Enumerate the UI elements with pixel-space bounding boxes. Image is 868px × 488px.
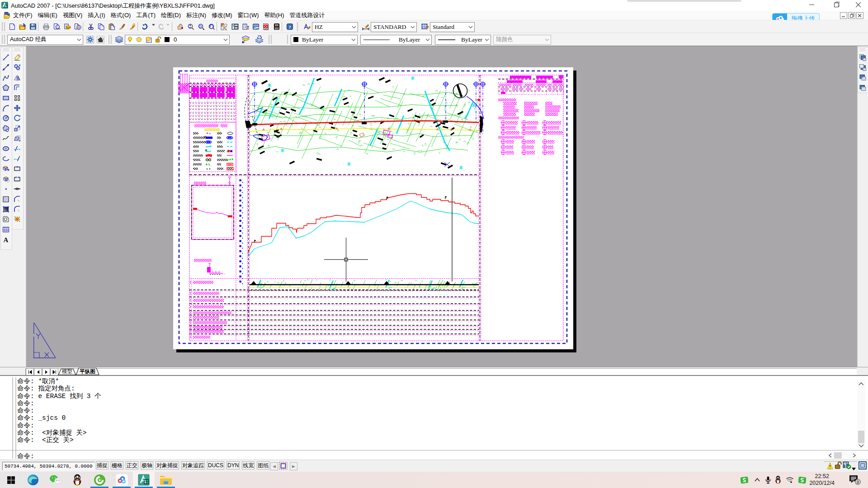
toolbar-grip[interactable] bbox=[3, 22, 5, 31]
command-history-line[interactable]: 命令: bbox=[17, 422, 849, 429]
minimize-button[interactable] bbox=[804, 0, 819, 9]
taskbar-autocad[interactable] bbox=[133, 472, 155, 488]
modify-erase-button[interactable] bbox=[13, 53, 22, 62]
command-history-line[interactable]: 命令: <对象捕捉 关> bbox=[17, 429, 849, 436]
tab-last-button[interactable] bbox=[50, 368, 58, 375]
command-history-line[interactable]: 命令: bbox=[17, 407, 849, 414]
modify-copy-button[interactable] bbox=[13, 63, 22, 72]
draw-ellipse-arc-button[interactable] bbox=[1, 154, 10, 163]
modify-join-button[interactable] bbox=[13, 184, 22, 193]
command-window[interactable]: 命令: *取消*命令: 指定对角点:命令: e ERASE 找到 3 个命令:命… bbox=[0, 375, 868, 460]
taskbar-clock[interactable]: 22:52 2020/12/4 bbox=[809, 473, 835, 487]
redo-dropdown-button[interactable] bbox=[164, 22, 171, 32]
tool-palettes-button[interactable] bbox=[241, 22, 250, 32]
draw-polygon-button[interactable] bbox=[1, 83, 10, 92]
hscroll-thumb[interactable] bbox=[834, 452, 842, 459]
status-toggle[interactable]: 极轴 bbox=[141, 461, 153, 469]
help-button[interactable]: ? bbox=[285, 22, 295, 32]
draw-make-block-button[interactable] bbox=[1, 174, 10, 183]
toolbar-grip[interactable] bbox=[296, 22, 298, 31]
draw-line-button[interactable] bbox=[1, 53, 10, 62]
tray-qq-icon[interactable] bbox=[774, 476, 782, 484]
toolbar-grip[interactable] bbox=[108, 35, 109, 44]
text-style-icon[interactable] bbox=[302, 22, 312, 32]
command-history-line[interactable]: 命令: <正交 关> bbox=[17, 436, 849, 444]
draw-hatch-button[interactable] bbox=[1, 195, 10, 204]
modify-chamfer-button[interactable] bbox=[13, 195, 22, 204]
start-button[interactable] bbox=[0, 472, 22, 488]
status-toggle[interactable]: 图纸 bbox=[257, 461, 269, 469]
draw-rectangle-button[interactable] bbox=[1, 94, 10, 103]
status-toggle[interactable]: 线宽 bbox=[242, 461, 255, 469]
workspace-settings-icon[interactable] bbox=[85, 34, 95, 44]
modify-extend-button[interactable] bbox=[13, 154, 22, 163]
bring-to-front-button[interactable] bbox=[858, 53, 867, 62]
new-file-button[interactable] bbox=[7, 22, 17, 32]
make-layer-current-icon[interactable] bbox=[241, 34, 250, 44]
modify-break-at-point-button[interactable] bbox=[13, 164, 22, 173]
taskbar-netdisk[interactable] bbox=[111, 472, 132, 488]
viewport-prev-button[interactable]: ◀ bbox=[270, 462, 278, 470]
command-hscrollbar[interactable] bbox=[827, 452, 857, 459]
draw-spline-button[interactable] bbox=[1, 134, 10, 143]
draw-arc-button[interactable] bbox=[1, 103, 10, 113]
designcenter-button[interactable] bbox=[230, 22, 240, 32]
close-button[interactable] bbox=[850, 0, 866, 9]
toolbar-grip[interactable] bbox=[3, 51, 9, 52]
layer-previous-icon[interactable] bbox=[254, 34, 264, 44]
draw-point-button[interactable] bbox=[1, 184, 10, 193]
toolbar-grip[interactable] bbox=[3, 35, 5, 44]
table-style-icon[interactable] bbox=[420, 22, 430, 32]
text-style-combo[interactable]: HZ bbox=[312, 22, 358, 32]
draw-mtext-button[interactable]: A bbox=[1, 235, 10, 244]
markup-manager-button[interactable] bbox=[261, 22, 271, 32]
zoom-realtime-button[interactable] bbox=[186, 22, 196, 32]
notification-center-button[interactable]: 2 bbox=[849, 475, 861, 485]
toolbar-lock-icon[interactable] bbox=[835, 461, 842, 471]
draw-polyline-button[interactable] bbox=[1, 73, 10, 82]
menu-item[interactable]: 格式(O) bbox=[108, 11, 134, 19]
scroll-up-arrow[interactable] bbox=[859, 382, 864, 386]
menu-item[interactable]: 工具(T) bbox=[133, 11, 158, 19]
taskbar-360browser[interactable] bbox=[89, 472, 110, 488]
modify-break-button[interactable] bbox=[13, 174, 22, 183]
bring-above-button[interactable] bbox=[858, 73, 867, 82]
toolbar-grip[interactable] bbox=[110, 35, 112, 44]
toolbar-grip[interactable] bbox=[286, 35, 288, 44]
scroll-down-arrow[interactable] bbox=[859, 444, 864, 448]
taskbar-wechat[interactable] bbox=[44, 472, 66, 488]
tab-layout[interactable]: 平纵图 bbox=[79, 369, 95, 374]
workspace-combo[interactable]: AutoCAD 经典 bbox=[7, 35, 83, 45]
send-to-back-button[interactable] bbox=[858, 63, 867, 72]
clean-screen-button[interactable] bbox=[859, 461, 867, 471]
match-props-button[interactable] bbox=[117, 22, 127, 32]
toolbar-grip[interactable] bbox=[1, 22, 3, 31]
doc-restore-button[interactable] bbox=[848, 12, 855, 19]
modify-trim-button[interactable] bbox=[13, 144, 22, 153]
paste-button[interactable] bbox=[107, 22, 117, 32]
my-workspace-icon[interactable] bbox=[95, 34, 105, 44]
draw-ellipse-button[interactable] bbox=[1, 144, 10, 153]
cad-canvas[interactable] bbox=[26, 46, 857, 367]
toolbar-grip[interactable] bbox=[860, 51, 865, 52]
modify-stretch-button[interactable] bbox=[13, 134, 22, 143]
tab-first-button[interactable] bbox=[26, 368, 34, 375]
redo-button[interactable] bbox=[155, 22, 165, 32]
dwg-document-icon[interactable] bbox=[4, 12, 11, 19]
toolbar-grip[interactable] bbox=[14, 51, 20, 52]
tray-wifi-icon[interactable] bbox=[786, 476, 794, 484]
status-toggle[interactable]: 正交 bbox=[126, 461, 138, 469]
taskbar-edge[interactable] bbox=[22, 472, 44, 488]
coordinates-display[interactable]: 50734.4984, 50394.0278, 0.0000 bbox=[2, 462, 95, 470]
status-toggle[interactable]: 栅格 bbox=[111, 461, 123, 469]
status-toggle[interactable]: 对象捕捉 bbox=[156, 461, 179, 469]
plot-preview-button[interactable] bbox=[52, 22, 62, 32]
tray-microphone-icon[interactable] bbox=[764, 476, 772, 484]
menu-item[interactable]: 修改(M) bbox=[209, 11, 235, 19]
color-combo[interactable]: ByLayer bbox=[291, 35, 358, 45]
modify-offset-button[interactable] bbox=[13, 83, 22, 92]
status-toggle[interactable]: DYN bbox=[226, 461, 240, 469]
command-history[interactable]: 命令: *取消*命令: 指定对角点:命令: e ERASE 找到 3 个命令:命… bbox=[17, 378, 849, 449]
scroll-right-arrow[interactable] bbox=[853, 453, 856, 459]
command-vscrollbar[interactable] bbox=[857, 380, 865, 449]
